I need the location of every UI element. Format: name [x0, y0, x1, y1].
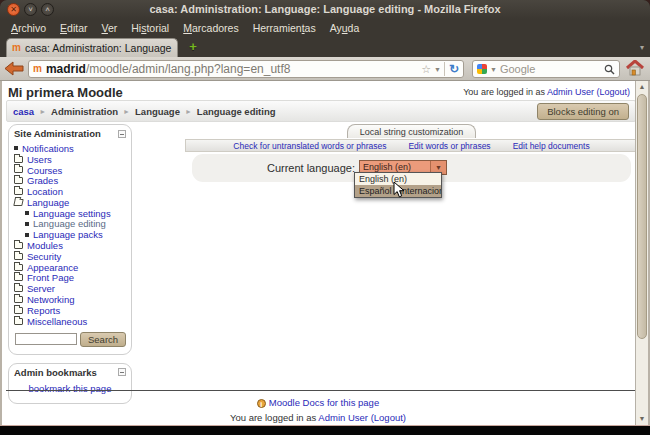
- tree-item-icon: [14, 318, 23, 325]
- tree-item-icon: [14, 253, 23, 260]
- bookmark-star-icon[interactable]: ☆: [421, 63, 431, 76]
- admin-tree-link[interactable]: Language settings: [33, 208, 111, 219]
- admin-tree-link[interactable]: Front Page: [27, 272, 74, 283]
- admin-tree-row: Grades: [14, 175, 129, 186]
- admin-tree-row: Miscellaneous: [14, 316, 129, 327]
- admin-tree-row: Notifications: [14, 143, 129, 154]
- admin-tree-link[interactable]: Language packs: [33, 229, 103, 240]
- titlebar: ✕ ˅ ˄ casa: Administration: Language: La…: [0, 0, 650, 19]
- admin-tree-link[interactable]: Miscellaneous: [27, 316, 87, 327]
- action-link[interactable]: Edit words or phrases: [408, 141, 490, 151]
- admin-tree-row: Reports: [14, 305, 129, 316]
- mouse-cursor: [393, 181, 405, 201]
- admin-tree-link[interactable]: Appearance: [27, 262, 78, 273]
- bottom-panel: [0, 425, 650, 435]
- action-links-bar: Check for untranslated words or phrases …: [185, 139, 638, 152]
- magnifier-icon[interactable]: [604, 64, 615, 75]
- admin-tree-link[interactable]: Networking: [27, 294, 75, 305]
- admin-tree: Notifications Users Courses: [9, 141, 131, 327]
- sidebar: Site Administration Notifications Users: [8, 124, 132, 404]
- admin-user-link[interactable]: Admin User: [318, 412, 368, 423]
- tab-title: casa: Administration: Language...: [25, 42, 172, 54]
- admin-search-button[interactable]: Search: [80, 332, 126, 347]
- tab-bar: m casa: Administration: Language... + ▾: [0, 36, 650, 57]
- admin-tree-link[interactable]: Modules: [27, 240, 63, 251]
- scroll-up-icon[interactable]: ▲: [636, 81, 648, 93]
- menu-item[interactable]: Archivo: [4, 22, 53, 34]
- menu-item[interactable]: Ayuda: [323, 22, 367, 34]
- admin-tree-link[interactable]: Language editing: [33, 218, 106, 229]
- admin-tree-row: Language packs: [25, 229, 129, 240]
- tree-item-icon: [14, 274, 23, 281]
- list-tabs-icon[interactable]: ▾: [640, 43, 644, 52]
- tree-item-icon: [14, 242, 23, 249]
- admin-tree-link[interactable]: Users: [27, 154, 52, 165]
- scrollbar-thumb[interactable]: [637, 94, 647, 339]
- back-arrow-icon: [4, 61, 24, 76]
- admin-tree-link[interactable]: Security: [27, 251, 61, 262]
- menu-item[interactable]: Ver: [94, 22, 124, 34]
- breadcrumb-home-link[interactable]: casa: [13, 106, 34, 117]
- admin-tree-row: Language editing: [25, 219, 129, 230]
- collapse-block-icon[interactable]: [118, 130, 126, 138]
- site-administration-block: Site Administration Notifications Users: [8, 124, 132, 355]
- menu-item[interactable]: Marcadores: [176, 22, 245, 34]
- breadcrumb-item: Administration: [51, 106, 118, 117]
- admin-search-input[interactable]: [15, 333, 77, 345]
- bookmark-this-page-link[interactable]: bookmark this page: [9, 380, 131, 398]
- breadcrumb-separator: ►: [39, 108, 46, 115]
- blocks-editing-button[interactable]: Blocks editing on: [537, 103, 629, 120]
- site-title: Mi primera Moodle: [8, 85, 123, 100]
- admin-tree-row: Server: [14, 283, 129, 294]
- logout-link[interactable]: (Logout): [371, 412, 406, 423]
- tree-item-icon: [25, 233, 29, 237]
- logout-link[interactable]: (Logout): [596, 87, 630, 97]
- tree-item-icon: [14, 156, 23, 163]
- url-bar[interactable]: m madrid/moodle/admin/lang.php?lang=en_u…: [28, 60, 464, 78]
- admin-user-link[interactable]: Admin User: [547, 87, 594, 97]
- firefox-window: ✕ ˅ ˄ casa: Administration: Language: La…: [0, 0, 650, 435]
- admin-tree-row: Appearance: [14, 262, 129, 273]
- moodle-page: Mi primera Moodle You are logged in as A…: [0, 81, 650, 425]
- info-icon: i: [257, 399, 266, 408]
- admin-tree-row: Language settings: [25, 208, 129, 219]
- tree-item-icon: [14, 177, 23, 184]
- moodle-docs-row: iMoodle Docs for this page: [2, 397, 634, 408]
- window-title: casa: Administration: Language: Language…: [0, 3, 650, 15]
- footer-login-info: You are logged in as Admin User (Logout): [2, 412, 634, 423]
- moodle-favicon-icon: m: [33, 64, 42, 74]
- back-button[interactable]: [4, 61, 26, 77]
- tab-row: Local string customization: [185, 124, 638, 140]
- url-dropdown-icon[interactable]: ▼: [434, 66, 441, 73]
- search-engine-dropdown-icon[interactable]: ▼: [490, 66, 497, 73]
- admin-tree-row: Location: [14, 186, 129, 197]
- reload-icon[interactable]: ↻: [444, 62, 459, 76]
- menu-item[interactable]: Herramientas: [246, 22, 323, 34]
- menu-item[interactable]: Editar: [53, 22, 94, 34]
- browser-tab[interactable]: m casa: Administration: Language...: [6, 38, 178, 57]
- admin-tree-link[interactable]: Language: [27, 197, 69, 208]
- new-tab-button[interactable]: +: [183, 40, 203, 54]
- action-link[interactable]: Check for untranslated words or phrases: [233, 141, 386, 151]
- action-link[interactable]: Edit help documents: [513, 141, 590, 151]
- collapse-block-icon[interactable]: [118, 368, 126, 376]
- tree-item-icon: [14, 285, 23, 292]
- menu-item[interactable]: Historial: [124, 22, 176, 34]
- tab-local-string-customization[interactable]: Local string customization: [347, 124, 477, 138]
- tree-item-icon: [25, 222, 29, 226]
- moodle-docs-link[interactable]: Moodle Docs for this page: [269, 397, 379, 408]
- admin-tree-link[interactable]: Courses: [27, 165, 62, 176]
- admin-tree-link[interactable]: Reports: [27, 305, 60, 316]
- scroll-down-icon[interactable]: ▼: [636, 413, 648, 425]
- admin-tree-link[interactable]: Server: [27, 283, 55, 294]
- breadcrumb-separator: ►: [123, 108, 130, 115]
- admin-search: Search: [15, 332, 127, 347]
- admin-tree-link[interactable]: Grades: [27, 175, 58, 186]
- web-search-input[interactable]: [500, 63, 604, 75]
- home-button[interactable]: [626, 60, 644, 80]
- admin-tree-link[interactable]: Location: [27, 186, 63, 197]
- google-logo-icon[interactable]: [477, 64, 487, 74]
- admin-tree-row: Modules: [14, 240, 129, 251]
- admin-tree-link[interactable]: Notifications: [22, 143, 74, 154]
- footer-divider: [6, 390, 636, 391]
